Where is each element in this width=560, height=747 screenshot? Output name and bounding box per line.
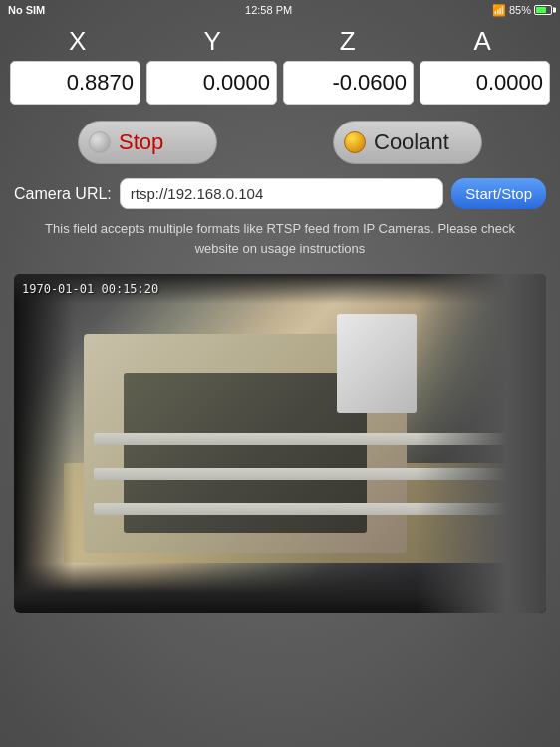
battery-icon xyxy=(534,5,552,15)
help-text: This field accepts multiple formats like… xyxy=(0,213,560,266)
stop-indicator xyxy=(89,131,111,153)
stop-button[interactable]: Stop xyxy=(78,121,217,164)
camera-bg xyxy=(14,274,546,613)
coolant-label: Coolant xyxy=(374,129,449,155)
camera-url-label: Camera URL: xyxy=(14,185,112,203)
camera-timestamp: 1970-01-01 00:15:20 xyxy=(22,282,158,296)
time-label: 12:58 PM xyxy=(245,4,292,16)
start-stop-button[interactable]: Start/Stop xyxy=(451,178,546,209)
cam-right-section xyxy=(417,274,546,613)
wifi-icon: 📶 xyxy=(492,4,506,17)
cam-left-border xyxy=(14,274,74,613)
battery-area: 📶 85% xyxy=(492,4,552,17)
carrier-label: No SIM xyxy=(8,4,45,16)
camera-url-row: Camera URL: Start/Stop xyxy=(0,174,560,213)
coolant-indicator xyxy=(344,131,366,153)
axis-label-z: Z xyxy=(288,26,408,57)
stop-label: Stop xyxy=(119,129,163,155)
camera-placeholder: 1970-01-01 00:15:20 xyxy=(14,274,546,613)
coolant-button[interactable]: Coolant xyxy=(333,121,482,164)
coord-y[interactable]: 0.0000 xyxy=(146,61,277,105)
axis-label-x: X xyxy=(18,26,138,57)
machine-overlay xyxy=(14,274,546,613)
status-bar: No SIM 12:58 PM 📶 85% xyxy=(0,0,560,20)
coord-values-row: 0.8870 0.0000 -0.0600 0.0000 xyxy=(0,59,560,115)
axis-label-y: Y xyxy=(152,26,272,57)
battery-percent: 85% xyxy=(509,4,531,16)
camera-feed-container: 1970-01-01 00:15:20 xyxy=(14,274,546,613)
camera-url-input[interactable] xyxy=(120,178,443,209)
coord-z[interactable]: -0.0600 xyxy=(283,61,414,105)
control-buttons-row: Stop Coolant xyxy=(0,115,560,174)
cam-white-machine xyxy=(337,314,417,413)
axis-labels-row: X Y Z A xyxy=(0,20,560,59)
coord-x[interactable]: 0.8870 xyxy=(10,61,140,105)
axis-label-a: A xyxy=(422,26,542,57)
coord-a[interactable]: 0.0000 xyxy=(420,61,550,105)
